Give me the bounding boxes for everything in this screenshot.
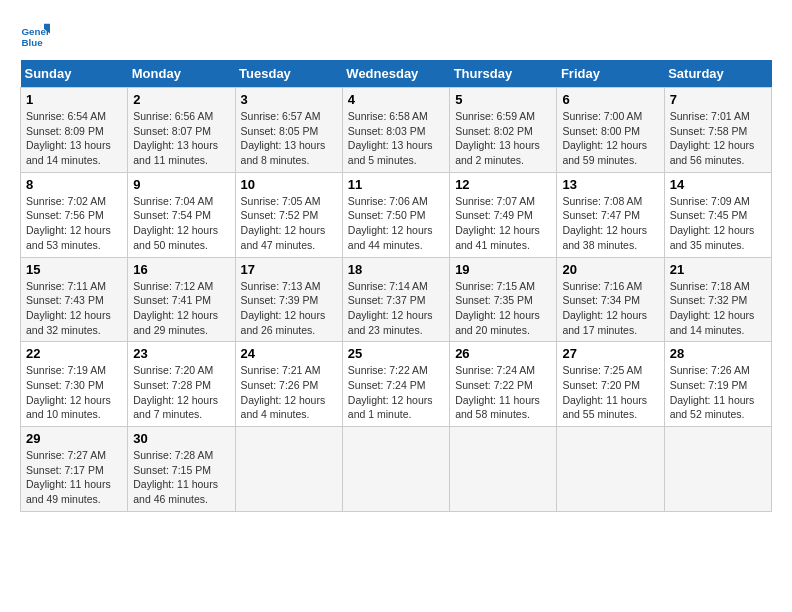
calendar-day-cell: 21 Sunrise: 7:18 AM Sunset: 7:32 PM Dayl… (664, 257, 771, 342)
day-number: 24 (241, 346, 337, 361)
day-info: Sunrise: 7:07 AM Sunset: 7:49 PM Dayligh… (455, 194, 551, 253)
day-number: 20 (562, 262, 658, 277)
day-info: Sunrise: 7:00 AM Sunset: 8:00 PM Dayligh… (562, 109, 658, 168)
calendar-day-cell: 1 Sunrise: 6:54 AM Sunset: 8:09 PM Dayli… (21, 88, 128, 173)
calendar-day-cell: 4 Sunrise: 6:58 AM Sunset: 8:03 PM Dayli… (342, 88, 449, 173)
calendar-day-cell: 10 Sunrise: 7:05 AM Sunset: 7:52 PM Dayl… (235, 172, 342, 257)
day-info: Sunrise: 7:09 AM Sunset: 7:45 PM Dayligh… (670, 194, 766, 253)
calendar-day-cell: 2 Sunrise: 6:56 AM Sunset: 8:07 PM Dayli… (128, 88, 235, 173)
day-info: Sunrise: 7:22 AM Sunset: 7:24 PM Dayligh… (348, 363, 444, 422)
day-number: 4 (348, 92, 444, 107)
day-number: 28 (670, 346, 766, 361)
weekday-header: Sunday (21, 60, 128, 88)
calendar-day-cell (235, 427, 342, 512)
day-number: 27 (562, 346, 658, 361)
calendar-week-row: 29 Sunrise: 7:27 AM Sunset: 7:17 PM Dayl… (21, 427, 772, 512)
svg-text:Blue: Blue (22, 37, 44, 48)
calendar-day-cell: 16 Sunrise: 7:12 AM Sunset: 7:41 PM Dayl… (128, 257, 235, 342)
calendar-table: SundayMondayTuesdayWednesdayThursdayFrid… (20, 60, 772, 512)
calendar-day-cell: 3 Sunrise: 6:57 AM Sunset: 8:05 PM Dayli… (235, 88, 342, 173)
calendar-day-cell: 24 Sunrise: 7:21 AM Sunset: 7:26 PM Dayl… (235, 342, 342, 427)
calendar-day-cell: 22 Sunrise: 7:19 AM Sunset: 7:30 PM Dayl… (21, 342, 128, 427)
day-info: Sunrise: 6:57 AM Sunset: 8:05 PM Dayligh… (241, 109, 337, 168)
page-header: General Blue (20, 20, 772, 50)
day-info: Sunrise: 7:26 AM Sunset: 7:19 PM Dayligh… (670, 363, 766, 422)
day-info: Sunrise: 7:21 AM Sunset: 7:26 PM Dayligh… (241, 363, 337, 422)
calendar-day-cell: 26 Sunrise: 7:24 AM Sunset: 7:22 PM Dayl… (450, 342, 557, 427)
day-info: Sunrise: 7:16 AM Sunset: 7:34 PM Dayligh… (562, 279, 658, 338)
day-info: Sunrise: 7:01 AM Sunset: 7:58 PM Dayligh… (670, 109, 766, 168)
calendar-day-cell: 29 Sunrise: 7:27 AM Sunset: 7:17 PM Dayl… (21, 427, 128, 512)
calendar-header-row: SundayMondayTuesdayWednesdayThursdayFrid… (21, 60, 772, 88)
calendar-body: 1 Sunrise: 6:54 AM Sunset: 8:09 PM Dayli… (21, 88, 772, 512)
day-number: 16 (133, 262, 229, 277)
day-number: 3 (241, 92, 337, 107)
day-info: Sunrise: 7:25 AM Sunset: 7:20 PM Dayligh… (562, 363, 658, 422)
calendar-week-row: 22 Sunrise: 7:19 AM Sunset: 7:30 PM Dayl… (21, 342, 772, 427)
day-number: 12 (455, 177, 551, 192)
day-number: 5 (455, 92, 551, 107)
calendar-day-cell: 6 Sunrise: 7:00 AM Sunset: 8:00 PM Dayli… (557, 88, 664, 173)
day-info: Sunrise: 7:02 AM Sunset: 7:56 PM Dayligh… (26, 194, 122, 253)
day-info: Sunrise: 7:13 AM Sunset: 7:39 PM Dayligh… (241, 279, 337, 338)
day-number: 26 (455, 346, 551, 361)
day-number: 6 (562, 92, 658, 107)
day-number: 13 (562, 177, 658, 192)
day-info: Sunrise: 7:06 AM Sunset: 7:50 PM Dayligh… (348, 194, 444, 253)
calendar-week-row: 1 Sunrise: 6:54 AM Sunset: 8:09 PM Dayli… (21, 88, 772, 173)
day-number: 14 (670, 177, 766, 192)
day-number: 30 (133, 431, 229, 446)
calendar-day-cell: 17 Sunrise: 7:13 AM Sunset: 7:39 PM Dayl… (235, 257, 342, 342)
calendar-day-cell: 28 Sunrise: 7:26 AM Sunset: 7:19 PM Dayl… (664, 342, 771, 427)
day-info: Sunrise: 7:11 AM Sunset: 7:43 PM Dayligh… (26, 279, 122, 338)
day-info: Sunrise: 7:14 AM Sunset: 7:37 PM Dayligh… (348, 279, 444, 338)
calendar-day-cell: 25 Sunrise: 7:22 AM Sunset: 7:24 PM Dayl… (342, 342, 449, 427)
day-number: 2 (133, 92, 229, 107)
day-number: 17 (241, 262, 337, 277)
calendar-day-cell: 30 Sunrise: 7:28 AM Sunset: 7:15 PM Dayl… (128, 427, 235, 512)
day-info: Sunrise: 7:18 AM Sunset: 7:32 PM Dayligh… (670, 279, 766, 338)
calendar-day-cell (450, 427, 557, 512)
day-number: 15 (26, 262, 122, 277)
calendar-day-cell: 13 Sunrise: 7:08 AM Sunset: 7:47 PM Dayl… (557, 172, 664, 257)
calendar-day-cell: 19 Sunrise: 7:15 AM Sunset: 7:35 PM Dayl… (450, 257, 557, 342)
day-info: Sunrise: 7:28 AM Sunset: 7:15 PM Dayligh… (133, 448, 229, 507)
day-number: 18 (348, 262, 444, 277)
day-number: 1 (26, 92, 122, 107)
day-number: 7 (670, 92, 766, 107)
day-number: 23 (133, 346, 229, 361)
weekday-header: Tuesday (235, 60, 342, 88)
calendar-day-cell (557, 427, 664, 512)
calendar-day-cell: 20 Sunrise: 7:16 AM Sunset: 7:34 PM Dayl… (557, 257, 664, 342)
calendar-day-cell: 23 Sunrise: 7:20 AM Sunset: 7:28 PM Dayl… (128, 342, 235, 427)
day-info: Sunrise: 7:19 AM Sunset: 7:30 PM Dayligh… (26, 363, 122, 422)
day-number: 22 (26, 346, 122, 361)
calendar-day-cell: 11 Sunrise: 7:06 AM Sunset: 7:50 PM Dayl… (342, 172, 449, 257)
calendar-day-cell (342, 427, 449, 512)
day-number: 19 (455, 262, 551, 277)
calendar-week-row: 15 Sunrise: 7:11 AM Sunset: 7:43 PM Dayl… (21, 257, 772, 342)
day-number: 10 (241, 177, 337, 192)
day-info: Sunrise: 7:08 AM Sunset: 7:47 PM Dayligh… (562, 194, 658, 253)
day-number: 8 (26, 177, 122, 192)
weekday-header: Thursday (450, 60, 557, 88)
logo-icon: General Blue (20, 20, 50, 50)
calendar-day-cell: 8 Sunrise: 7:02 AM Sunset: 7:56 PM Dayli… (21, 172, 128, 257)
day-info: Sunrise: 7:24 AM Sunset: 7:22 PM Dayligh… (455, 363, 551, 422)
calendar-day-cell: 5 Sunrise: 6:59 AM Sunset: 8:02 PM Dayli… (450, 88, 557, 173)
day-number: 29 (26, 431, 122, 446)
day-info: Sunrise: 7:05 AM Sunset: 7:52 PM Dayligh… (241, 194, 337, 253)
calendar-day-cell: 12 Sunrise: 7:07 AM Sunset: 7:49 PM Dayl… (450, 172, 557, 257)
calendar-day-cell (664, 427, 771, 512)
day-info: Sunrise: 7:04 AM Sunset: 7:54 PM Dayligh… (133, 194, 229, 253)
weekday-header: Saturday (664, 60, 771, 88)
day-info: Sunrise: 7:15 AM Sunset: 7:35 PM Dayligh… (455, 279, 551, 338)
weekday-header: Wednesday (342, 60, 449, 88)
day-number: 11 (348, 177, 444, 192)
calendar-day-cell: 14 Sunrise: 7:09 AM Sunset: 7:45 PM Dayl… (664, 172, 771, 257)
day-number: 25 (348, 346, 444, 361)
calendar-day-cell: 15 Sunrise: 7:11 AM Sunset: 7:43 PM Dayl… (21, 257, 128, 342)
day-info: Sunrise: 7:12 AM Sunset: 7:41 PM Dayligh… (133, 279, 229, 338)
day-info: Sunrise: 7:27 AM Sunset: 7:17 PM Dayligh… (26, 448, 122, 507)
calendar-day-cell: 18 Sunrise: 7:14 AM Sunset: 7:37 PM Dayl… (342, 257, 449, 342)
